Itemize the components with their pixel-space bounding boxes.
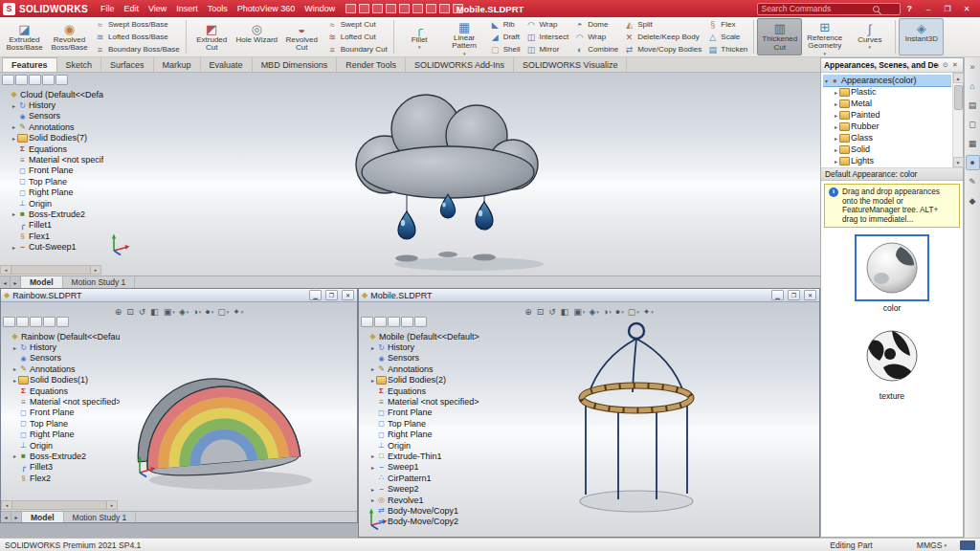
displaymanager-tab-icon[interactable] <box>56 317 69 327</box>
feature-tree-item[interactable]: Right Plane <box>369 430 479 440</box>
instant3d-button[interactable]: ◈ Instant3D <box>899 18 944 55</box>
ribbon-button[interactable]: § Flex <box>704 18 750 31</box>
ribbon-button[interactable]: ∫ Curves ▾ <box>847 19 892 55</box>
feature-tree-item[interactable]: Mobile (Default<<Default>_Display St <box>361 331 479 342</box>
feature-tree-item[interactable]: Material <not specified> <box>11 154 103 165</box>
expand-arrow-icon[interactable]: ▸ <box>369 486 376 493</box>
expand-arrow-icon[interactable]: ▸ <box>11 452 18 459</box>
command-tab[interactable]: Surfaces <box>101 57 154 72</box>
feature-tree-item[interactable]: ▸ Solid Bodies(1) <box>11 375 120 386</box>
ribbon-button[interactable]: ╭ Fillet ▾ <box>397 19 442 55</box>
viewport-rainbow[interactable]: ⊕ ⊡ ↺ ◧ ▣ <box>1 302 357 511</box>
tree-horizontal-scrollbar[interactable]: ◂ ▸ <box>0 265 101 275</box>
menu-item[interactable]: Insert <box>171 0 203 17</box>
menu-item[interactable]: File <box>96 0 120 17</box>
search-icon[interactable] <box>873 6 880 12</box>
command-tab[interactable]: Features <box>2 57 57 72</box>
ribbon-button[interactable]: ◒ Revolved Cut <box>279 19 324 55</box>
feature-tree-item[interactable]: Top Plane <box>369 418 479 429</box>
ribbon-button[interactable]: ◐ Combine <box>571 43 621 55</box>
appearance-tree-item[interactable]: ▸ Metal <box>833 98 951 109</box>
expand-arrow-icon[interactable]: ▸ <box>11 135 17 142</box>
scroll-down-icon[interactable]: ▼ <box>953 157 964 167</box>
dropdown-arrow-icon[interactable]: ▾ <box>418 44 421 50</box>
feature-tree-item[interactable]: ▸ Boss-Extrude2 <box>11 451 120 461</box>
dimxpertmanager-tab-icon[interactable] <box>43 317 56 327</box>
ribbon-button[interactable]: ≋ Lofted Cut <box>324 31 379 43</box>
thickened-cut-button[interactable]: ▥ Thickened Cut <box>757 18 802 55</box>
mobile-model[interactable] <box>502 310 770 518</box>
expand-arrow-icon[interactable]: ▸ <box>833 135 839 142</box>
menu-item[interactable]: Tools <box>203 0 233 17</box>
expand-arrow-icon[interactable]: ▸ <box>833 123 839 130</box>
tabs-scroll-right-icon[interactable]: ▸ <box>11 512 22 522</box>
dimxpertmanager-tab-icon[interactable] <box>401 317 413 327</box>
appearance-tree-item[interactable]: ▾ Appearances(color) <box>823 75 951 86</box>
expand-arrow-icon[interactable]: ▾ <box>823 77 830 84</box>
feature-tree-item[interactable]: Origin <box>11 440 120 451</box>
ribbon-button[interactable]: ≈ Swept Cut <box>324 18 379 31</box>
ribbon-button[interactable]: ⊞ Reference Geometry ▾ <box>802 17 847 57</box>
tabs-scroll-left-icon[interactable]: ◂ <box>1 512 11 522</box>
scroll-right-icon[interactable]: ▸ <box>107 501 117 509</box>
close-button[interactable]: ✕ <box>342 290 354 300</box>
feature-tree-item[interactable]: ▸ Annotations <box>11 121 103 132</box>
dropdown-arrow-icon[interactable]: ▾ <box>463 51 466 56</box>
feature-tree-item[interactable]: Sensors <box>11 353 120 364</box>
ribbon-button[interactable]: ◉ Revolved Boss/Base <box>47 19 92 55</box>
feature-tree-item[interactable]: Top Plane <box>11 418 120 429</box>
feature-tree-item[interactable]: ▸ Extrude-Thin1 <box>369 451 479 461</box>
expand-arrow-icon[interactable]: ▸ <box>833 100 839 107</box>
featuremanager-tree-tab-icon[interactable] <box>2 75 14 85</box>
appearance-tree-item[interactable]: ▸ Painted <box>833 109 951 121</box>
feature-tree-item[interactable]: Equations <box>11 143 103 154</box>
feature-tree-item[interactable]: Flex1 <box>11 231 103 241</box>
ribbon-button[interactable]: ▦ Linear Pattern ▾ <box>442 17 487 57</box>
expand-arrow-icon[interactable]: ▸ <box>369 496 376 503</box>
feature-tree-item[interactable]: Top Plane <box>11 176 103 187</box>
expand-arrow-icon[interactable]: ▸ <box>11 210 17 217</box>
model-tab[interactable]: Motion Study 1 <box>63 276 136 288</box>
ribbon-button[interactable]: ◎ Hole Wizard <box>234 19 279 55</box>
command-tab[interactable]: Evaluate <box>201 57 253 72</box>
scrollbar-thumb[interactable] <box>954 85 963 110</box>
menu-item[interactable]: View <box>144 0 171 17</box>
displaymanager-tab-icon[interactable] <box>414 317 427 327</box>
appearance-tree-item[interactable]: ▸ Solid <box>833 143 951 155</box>
menu-item[interactable]: Window <box>300 0 340 17</box>
viewport-mobile[interactable]: ⊕ ⊡ ↺ ◧ ▣ <box>359 302 819 537</box>
minimize-button[interactable]: – <box>919 2 938 15</box>
appearance-tree-item[interactable]: ▸ Glass <box>833 132 951 143</box>
feature-tree-item[interactable]: Body-Move/Copy1 <box>369 505 479 516</box>
expand-arrow-icon[interactable]: ▸ <box>11 102 17 109</box>
print-icon[interactable] <box>386 4 396 13</box>
redo-icon[interactable] <box>412 4 423 13</box>
feature-tree-item[interactable]: Fillet1 <box>11 220 103 231</box>
tabs-scroll-right-icon[interactable]: ▸ <box>11 276 21 288</box>
feature-tree-item[interactable]: Front Plane <box>11 408 120 418</box>
scrollbar-thumb[interactable] <box>11 266 91 274</box>
feature-tree-item[interactable]: ▸ Revolve1 <box>369 495 479 505</box>
ribbon-button[interactable]: ◪ Extruded Boss/Base <box>2 19 47 55</box>
expand-arrow-icon[interactable]: ▸ <box>369 365 376 372</box>
expand-arrow-icon[interactable]: ▸ <box>11 377 18 384</box>
viewport-cloud[interactable]: Cloud (Default<<Default>_Display ▸ Histo… <box>0 73 820 276</box>
feature-tree-item[interactable]: Fillet3 <box>11 462 120 473</box>
feature-tree-item[interactable]: Origin <box>11 198 103 209</box>
dropdown-arrow-icon[interactable]: ▾ <box>824 51 827 56</box>
maximize-button[interactable]: ❐ <box>788 290 800 300</box>
ribbon-button[interactable]: ◣ Rib <box>487 18 523 31</box>
ribbon-button[interactable]: ◩ Extruded Cut <box>189 19 234 55</box>
scroll-up-icon[interactable]: ▲ <box>953 73 964 83</box>
feature-tree-item[interactable]: Origin <box>369 440 479 451</box>
expand-arrow-icon[interactable]: ▸ <box>369 344 376 351</box>
close-button[interactable]: ✕ <box>957 2 976 15</box>
search-commands-box[interactable] <box>757 3 901 15</box>
file-properties-icon[interactable] <box>439 4 450 13</box>
units-selector[interactable]: MMGS ▾ <box>917 540 947 550</box>
appearance-tree-item[interactable]: ▸ Rubber <box>833 121 951 132</box>
ribbon-button[interactable]: △ Scale <box>704 31 750 43</box>
dimxpertmanager-tab-icon[interactable] <box>42 75 55 85</box>
configurationmanager-tab-icon[interactable] <box>30 317 42 327</box>
feature-tree-item[interactable]: Sensors <box>11 111 103 121</box>
